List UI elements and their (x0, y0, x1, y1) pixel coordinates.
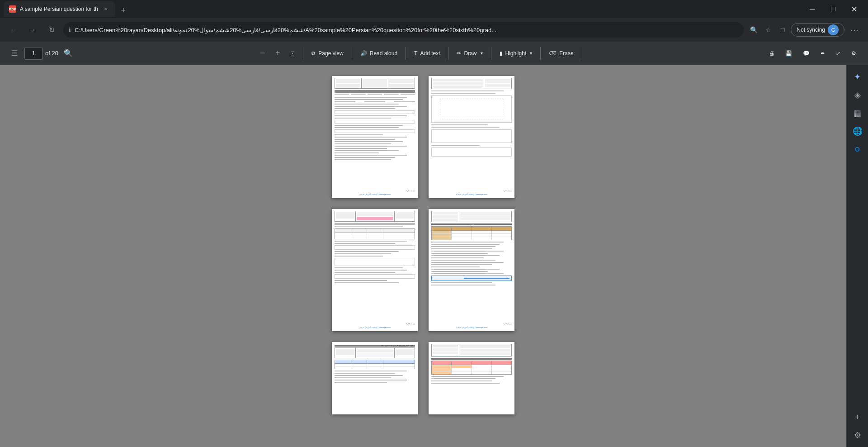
pdf-page-5: نمونه سوال پایان ترم فارسی پایه ششم ۱۴۰۰ (332, 342, 418, 414)
comment-button[interactable]: 💬 (798, 46, 814, 61)
pdf-toolbar-center: − + ⊡ ⧉ Page view 🔊 Read aloud T Add tex… (77, 46, 763, 61)
page-number-input[interactable] (24, 47, 42, 60)
maximize-button[interactable]: □ (823, 0, 844, 18)
settings-button[interactable]: ⚙ (847, 46, 861, 61)
pdf-row-2: وبسایت آموزشی نمره یار | Nomreyar.com صف… (332, 209, 514, 331)
back-button[interactable]: ← (5, 22, 22, 38)
tab-bar: PDF A sample Persian question for th × + (4, 1, 798, 17)
pdf-page-3: وبسایت آموزشی نمره یار | Nomreyar.com صف… (332, 209, 418, 331)
user-avatar: G (828, 24, 839, 35)
pdf-page-1-inner: وبسایت آموزشی نمره یار | Nomreyar.com صف… (332, 76, 418, 198)
add-text-label: Add text (420, 50, 440, 57)
new-tab-button[interactable]: + (117, 4, 130, 17)
not-syncing-label: Not syncing (797, 27, 825, 33)
main-area: وبسایت آموزشی نمره یار | Nomreyar.com صف… (0, 65, 868, 447)
separator-7 (582, 47, 582, 60)
expand-button[interactable]: ⤢ (831, 46, 845, 61)
highlight-label: Highlight (505, 50, 527, 57)
outlook-button[interactable]: O (849, 141, 866, 157)
separator-3 (406, 47, 406, 60)
outlook-icon: O (855, 146, 860, 153)
browser-toolbar-right: 🔍 ☆ □ Not syncing G ⋯ (747, 22, 863, 38)
sidebar-settings-button[interactable]: ⚙ (849, 427, 866, 443)
minimize-button[interactable]: ─ (802, 0, 823, 18)
more-options-button[interactable]: ⋯ (846, 22, 863, 38)
pdf-page-6-inner (429, 342, 514, 414)
add-extension-button[interactable]: + (849, 409, 866, 425)
apps-button[interactable]: ▦ (849, 105, 866, 121)
add-icon: + (855, 413, 860, 422)
url-text: C:/Users/Green%20rayan/Desktop/ali/ششم%2… (75, 27, 738, 33)
print-icon: 🖨 (769, 50, 774, 57)
apps-icon: ▦ (854, 108, 861, 118)
expand-icon: ⤢ (836, 50, 840, 57)
add-text-button[interactable]: T Add text (410, 46, 444, 61)
right-sidebar: ✦ ◈ ▦ 🌐 O + ⚙ (846, 65, 868, 447)
separator-6 (540, 47, 541, 60)
draw-label: Draw (464, 50, 476, 57)
highlight-icon: ▮ (500, 50, 503, 57)
collections-button[interactable]: □ (776, 24, 789, 36)
draw-icon: ✏ (457, 50, 461, 57)
draw-button[interactable]: ✏ Draw (452, 46, 487, 61)
erase-button[interactable]: ⌫ Erase (544, 46, 578, 61)
fit-page-button[interactable]: ⊡ (286, 46, 299, 61)
favorites-button[interactable]: ☆ (762, 24, 774, 36)
read-aloud-button[interactable]: 🔊 Read aloud (356, 46, 402, 61)
pdf-page-3-inner: وبسایت آموزشی نمره یار | Nomreyar.com صف… (332, 209, 418, 331)
separator-5 (491, 47, 491, 60)
nav-controls: ← → ↻ (5, 22, 60, 38)
separator-2 (352, 47, 352, 60)
sidebar-settings-icon: ⚙ (854, 430, 861, 440)
copilot-icon: ✦ (854, 72, 861, 82)
read-aloud-label: Read aloud (370, 50, 397, 57)
pdf-row-3: نمونه سوال پایان ترم فارسی پایه ششم ۱۴۰۰ (332, 342, 514, 414)
pdf-viewer[interactable]: وبسایت آموزشی نمره یار | Nomreyar.com صف… (0, 65, 846, 447)
translate-button[interactable]: 🌐 (849, 123, 866, 139)
pdf-page-1: وبسایت آموزشی نمره یار | Nomreyar.com صف… (332, 76, 418, 198)
close-button[interactable]: ✕ (844, 0, 864, 18)
tab-close-button[interactable]: × (102, 5, 110, 13)
ink-icon: ✒ (821, 50, 825, 57)
print-button[interactable]: 🖨 (764, 46, 779, 61)
search-icon-button[interactable]: 🔍 (747, 24, 760, 36)
copilot-button[interactable]: ✦ (849, 69, 866, 85)
pdf-row-1: وبسایت آموزشی نمره یار | Nomreyar.com صف… (332, 76, 514, 198)
forward-button[interactable]: → (24, 22, 41, 38)
address-bar[interactable]: ℹ C:/Users/Green%20rayan/Desktop/ali/ششم… (63, 22, 744, 38)
pdf-search-button[interactable]: 🔍 (61, 46, 75, 61)
tab-favicon: PDF (9, 5, 16, 13)
pdf-page-4: جدول (429, 209, 514, 331)
zoom-out-button[interactable]: − (255, 46, 269, 61)
separator-4 (448, 47, 448, 60)
zoom-in-button[interactable]: + (270, 46, 285, 61)
not-syncing-button[interactable]: Not syncing G (791, 23, 844, 37)
save-icon: 💾 (785, 50, 792, 57)
ink-button[interactable]: ✒ (816, 46, 830, 61)
add-text-icon: T (414, 50, 417, 57)
immersive-reader-button[interactable]: ◈ (849, 87, 866, 103)
refresh-button[interactable]: ↻ (43, 22, 60, 38)
page-view-icon: ⧉ (311, 50, 316, 57)
watermark-4: وبسایت آموزشی نمره یار | Nomreyar.com (456, 326, 487, 328)
watermark-1: وبسایت آموزشی نمره یار | Nomreyar.com (359, 193, 391, 195)
read-aloud-icon: 🔊 (360, 50, 367, 57)
save-button[interactable]: 💾 (781, 46, 797, 61)
watermark-3: وبسایت آموزشی نمره یار | Nomreyar.com (359, 326, 391, 328)
separator-1 (303, 47, 303, 60)
pdf-sidebar-button[interactable]: ☰ (7, 46, 22, 61)
pdf-page-2-inner: وبسایت آموزشی نمره یار | Nomreyar.com صف… (429, 76, 514, 198)
pdf-page-2: وبسایت آموزشی نمره یار | Nomreyar.com صف… (429, 76, 514, 198)
pdf-toolbar: ☰ of 20 🔍 − + ⊡ ⧉ Page view 🔊 Read aloud… (0, 42, 868, 65)
browser-titlebar: PDF A sample Persian question for th × +… (0, 0, 868, 18)
page-view-button[interactable]: ⧉ Page view (307, 46, 348, 61)
active-tab[interactable]: PDF A sample Persian question for th × (4, 1, 115, 17)
translate-icon: 🌐 (853, 126, 863, 136)
comment-icon: 💬 (803, 50, 810, 57)
watermark-2: وبسایت آموزشی نمره یار | Nomreyar.com (456, 193, 487, 195)
erase-icon: ⌫ (549, 50, 557, 57)
pdf-page-6 (429, 342, 514, 414)
addressbar-row: ← → ↻ ℹ C:/Users/Green%20rayan/Desktop/a… (0, 18, 868, 42)
highlight-button[interactable]: ▮ Highlight (495, 46, 537, 61)
settings-icon: ⚙ (851, 50, 856, 57)
